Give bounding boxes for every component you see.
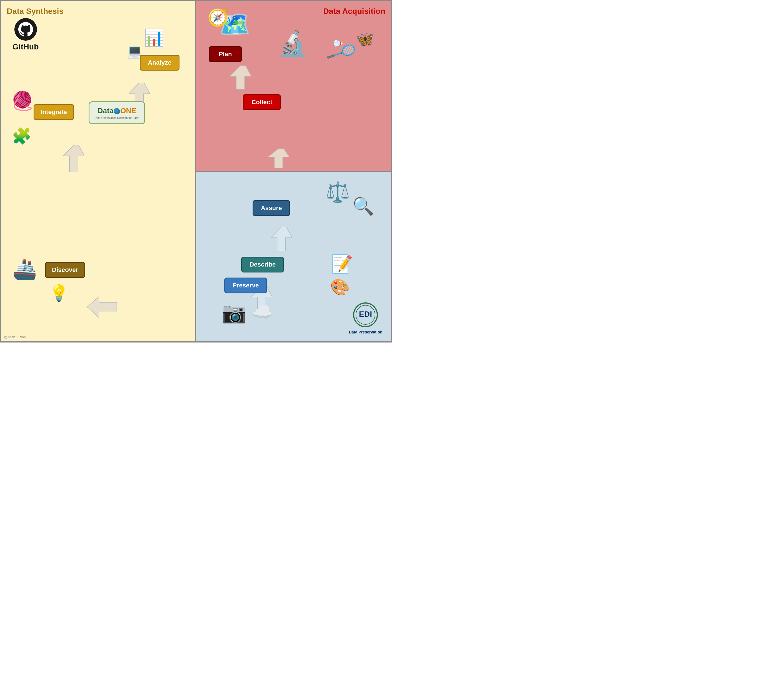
quadrant-preservation: Assure ⚖️ 🔍 Describe 📝 🎨 bbox=[196, 172, 391, 342]
submarine-icon: 🚢 bbox=[13, 258, 37, 281]
integrate-label: Integrate bbox=[34, 104, 74, 120]
svg-marker-4 bbox=[268, 149, 289, 168]
magnifier-icon: 🔍 bbox=[352, 196, 374, 216]
discover-button: Discover bbox=[45, 262, 85, 278]
arrow-assure-describe bbox=[271, 227, 292, 252]
preserve-label: Preserve bbox=[224, 278, 267, 293]
camera-icon: 📷 bbox=[222, 301, 246, 325]
credit-text: @ Nick J Lyon bbox=[4, 335, 26, 339]
analyze-button: Analyze bbox=[140, 55, 180, 71]
svg-marker-1 bbox=[63, 145, 84, 172]
data-preservation-label: Data Preservation bbox=[349, 330, 382, 334]
plan-label: Plan bbox=[209, 46, 241, 62]
collect-label: Collect bbox=[243, 94, 281, 110]
synthesis-title: Data Synthesis bbox=[7, 7, 190, 16]
plan-button: Plan bbox=[209, 46, 241, 62]
analyze-label: Analyze bbox=[140, 55, 180, 71]
svg-marker-5 bbox=[271, 227, 292, 251]
microscope-icon: 🔬 bbox=[278, 29, 308, 58]
dataone-subtitle: Data Observation Network for Earth bbox=[94, 116, 139, 119]
describe-button: Describe bbox=[241, 256, 284, 273]
discover-label: Discover bbox=[45, 262, 85, 278]
chart-icon: 📊 bbox=[144, 28, 164, 47]
github-icon bbox=[15, 18, 37, 41]
lightbulb-icon: 💡 bbox=[49, 284, 69, 302]
svg-text:EDI: EDI bbox=[359, 310, 372, 318]
quadrant-acquisition: Data Acquisition 🗺️ 🧭 Plan 🔬 🏸 🦋 bbox=[196, 1, 391, 172]
describe-label: Describe bbox=[241, 256, 284, 273]
puzzle-icon: 🧩 bbox=[12, 127, 32, 145]
arrow-integrate-discover bbox=[63, 145, 84, 173]
github-area: GitHub bbox=[13, 18, 39, 51]
arrow-collect-preserve bbox=[268, 149, 289, 169]
assure-button: Assure bbox=[253, 200, 290, 216]
arrow-plan-collect bbox=[230, 65, 251, 91]
scales-icon: ⚖️ bbox=[326, 180, 350, 204]
svg-marker-3 bbox=[230, 65, 251, 89]
dataone-globe bbox=[114, 108, 120, 114]
github-label: GitHub bbox=[13, 42, 39, 51]
net-icon: 🏸 bbox=[325, 36, 358, 69]
arrow-discover-out bbox=[87, 297, 117, 319]
dataone-one-text: ONE bbox=[120, 106, 136, 115]
assure-label: Assure bbox=[253, 200, 290, 216]
butterfly-icon: 🦋 bbox=[356, 31, 374, 48]
pencil-paper-icon: 📝 bbox=[331, 254, 353, 274]
compass-icon: 🧭 bbox=[207, 7, 228, 28]
main-diagram: Data Synthesis GitHub 📊 💻 Analyze 🧶 bbox=[0, 0, 392, 342]
edi-logo-area: EDI Data Preservation bbox=[349, 302, 382, 334]
yarn-icon: 🧶 bbox=[11, 90, 34, 112]
right-column: Data Acquisition 🗺️ 🧭 Plan 🔬 🏸 🦋 bbox=[196, 1, 391, 341]
dataone-logo: DataONE Data Observation Network for Ear… bbox=[89, 101, 145, 124]
svg-marker-2 bbox=[87, 297, 117, 318]
palette-icon: 🎨 bbox=[330, 278, 350, 297]
collect-button: Collect bbox=[243, 94, 281, 110]
dataone-data-text: Data bbox=[98, 106, 113, 115]
preserve-button: Preserve bbox=[224, 278, 267, 293]
cloud-icon: ☁️ bbox=[251, 302, 273, 322]
integrate-button: Integrate bbox=[34, 104, 74, 120]
quadrant-synthesis: Data Synthesis GitHub 📊 💻 Analyze 🧶 bbox=[1, 1, 196, 341]
